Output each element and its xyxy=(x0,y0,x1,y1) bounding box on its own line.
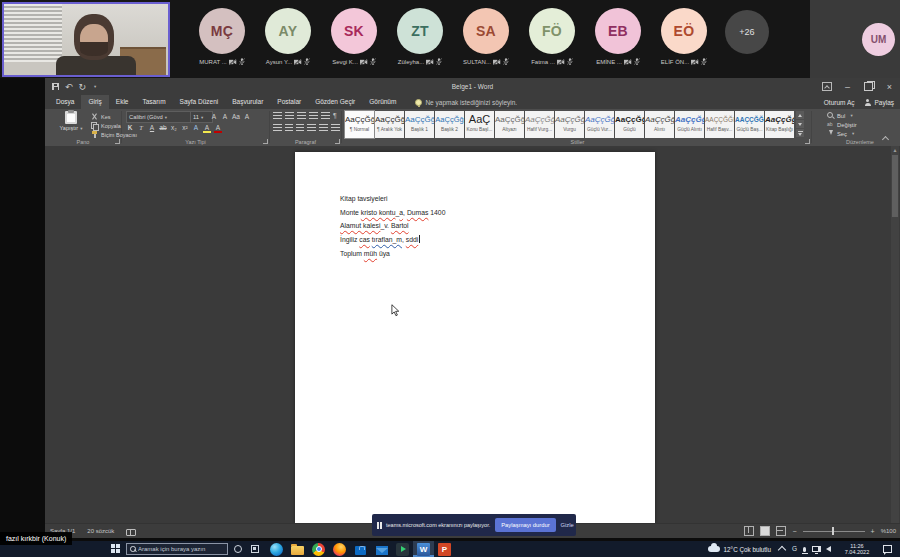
zoom-slider[interactable] xyxy=(803,531,865,532)
presenter-video[interactable] xyxy=(2,2,170,77)
gallery-down-icon[interactable] xyxy=(796,120,804,128)
style-gallery-item[interactable]: AaÇçĞğ Başlık 2 xyxy=(435,111,464,138)
tab-ekle[interactable]: Ekle xyxy=(109,95,136,109)
participant-avatar[interactable]: EÖ xyxy=(661,8,707,54)
align-center-icon[interactable] xyxy=(285,124,293,132)
document-page[interactable]: Kitap tavsiyeleriMonte kristo kontu_a, D… xyxy=(295,152,655,523)
taskbar-clock[interactable]: 11:26 7.04.2022 xyxy=(837,543,877,556)
style-gallery-item[interactable]: AaÇçĞğ Başlık 1 xyxy=(405,111,434,138)
zoom-in-button[interactable]: + xyxy=(871,528,875,535)
tray-mic-icon[interactable] xyxy=(803,547,806,552)
tab-giriş[interactable]: Giriş xyxy=(81,95,108,109)
pause-sharing-icon[interactable] xyxy=(377,522,382,529)
borders-icon[interactable] xyxy=(331,124,340,132)
align-right-icon[interactable] xyxy=(296,124,304,132)
style-gallery-item[interactable]: AaÇçĞğH Güçlü Alıntı xyxy=(675,111,704,138)
stop-sharing-button[interactable]: Paylaşmayı durdur xyxy=(495,518,555,532)
font-format-button[interactable]: A xyxy=(210,112,218,121)
justify-icon[interactable] xyxy=(307,124,316,132)
participant-avatar[interactable]: ZT xyxy=(397,8,443,54)
font-format-button[interactable]: A xyxy=(243,112,251,121)
participant-avatar[interactable]: SK xyxy=(331,8,377,54)
style-gallery-item[interactable]: AaÇçĞğH Vurgu xyxy=(555,111,584,138)
style-gallery-item[interactable]: AaÇ Konu Başl... xyxy=(465,111,494,138)
font-format-button[interactable]: ab xyxy=(159,123,167,132)
participant-avatar[interactable]: FÖ xyxy=(529,8,575,54)
file-explorer-app-button[interactable] xyxy=(287,541,308,557)
style-gallery-item[interactable]: AaÇçĞğH Güçlü Vur... xyxy=(585,111,614,138)
edge-app-button[interactable] xyxy=(266,541,287,557)
document-text[interactable]: Kitap tavsiyeleriMonte kristo kontu_a, D… xyxy=(340,192,620,260)
collapse-ribbon-icon[interactable] xyxy=(883,136,889,142)
tab-başvurular[interactable]: Başvurular xyxy=(225,95,270,109)
hide-banner-link[interactable]: Gizle xyxy=(561,522,574,528)
document-line[interactable]: İngiliz cas tıraflan_m, sddi xyxy=(340,233,620,247)
style-gallery-item[interactable]: AaÇçĞğHİ ¶ Normal xyxy=(345,111,374,138)
tab-dosya[interactable]: Dosya xyxy=(49,95,81,109)
participant-avatar[interactable]: AY xyxy=(265,8,311,54)
select-button[interactable]: Seç▾ xyxy=(827,129,857,138)
dialog-launcher-icon[interactable] xyxy=(335,139,340,144)
document-line[interactable]: Kitap tavsiyeleri xyxy=(340,192,620,206)
proofing-icon[interactable] xyxy=(126,528,135,535)
style-gallery-item[interactable]: AaÇçĞğH Altyazı xyxy=(495,111,524,138)
share-button[interactable]: Paylaş xyxy=(864,99,894,106)
dialog-launcher-icon[interactable] xyxy=(115,139,120,144)
font-format-button[interactable]: A xyxy=(214,123,222,132)
participant-avatar[interactable]: EB xyxy=(595,8,641,54)
document-line[interactable]: Alamut kalesi_v. Bartol xyxy=(340,219,620,233)
zoom-out-button[interactable]: − xyxy=(792,528,796,535)
media-app-app-button[interactable] xyxy=(392,541,413,557)
paste-button[interactable]: Yapıştır▾ xyxy=(53,111,89,131)
powerpoint-app-button[interactable]: P xyxy=(434,541,455,557)
font-format-button[interactable]: x₂ xyxy=(170,123,178,132)
font-format-button[interactable]: K xyxy=(126,123,134,132)
chrome-app-button[interactable] xyxy=(308,541,329,557)
font-name-select[interactable]: Calibri (Gövd▾ xyxy=(126,111,192,123)
participant-avatar[interactable]: SA xyxy=(463,8,509,54)
weather-cloud-icon[interactable] xyxy=(708,546,720,552)
scrollbar-thumb[interactable] xyxy=(892,155,898,217)
style-gallery-item[interactable]: AaÇçĞğH Hafif Vurg... xyxy=(525,111,554,138)
line-spacing-icon[interactable] xyxy=(319,124,328,132)
find-button[interactable]: Bul▾ xyxy=(827,111,857,120)
font-format-button[interactable]: x² xyxy=(181,123,189,132)
dialog-launcher-icon[interactable] xyxy=(805,139,810,144)
participant[interactable]: AY Aysun Y... xyxy=(255,8,321,65)
firefox-app-button[interactable] xyxy=(329,541,350,557)
style-gallery-item[interactable]: AAÇÇĞĞH Hafif Başv... xyxy=(705,111,734,138)
style-gallery-item[interactable]: AaÇçĞğHİ ¶ Aralık Yok xyxy=(375,111,404,138)
cortana-icon[interactable] xyxy=(234,545,242,553)
tell-me-box[interactable]: Ne yapmak istediğinizi söyleyin. xyxy=(415,95,517,109)
start-button[interactable] xyxy=(111,544,120,553)
document-line[interactable]: Monte kristo kontu_a, Dumas 1400 xyxy=(340,206,620,220)
align-left-icon[interactable] xyxy=(273,124,282,132)
bullet-list-icon[interactable] xyxy=(273,112,282,120)
zoom-level[interactable]: %100 xyxy=(881,528,896,534)
font-format-button[interactable]: A xyxy=(203,123,211,132)
font-format-button[interactable]: A xyxy=(192,123,200,132)
tab-görünüm[interactable]: Görünüm xyxy=(362,95,403,109)
weather-text[interactable]: 12°C Çok bulutlu xyxy=(724,546,771,553)
search-input[interactable] xyxy=(138,546,224,552)
font-format-button[interactable]: A xyxy=(221,112,229,121)
decrease-indent-icon[interactable] xyxy=(309,112,318,120)
document-line[interactable]: Toplum müh üya xyxy=(340,247,620,261)
minimize-button[interactable]: – xyxy=(837,78,858,95)
action-center-icon[interactable] xyxy=(883,545,892,553)
dialog-launcher-icon[interactable] xyxy=(263,139,268,144)
participant[interactable]: ZT Züleyha... xyxy=(387,8,453,65)
participant[interactable]: EB EMİNE ... xyxy=(585,8,651,65)
restore-button[interactable] xyxy=(858,78,879,95)
store-app-button[interactable] xyxy=(350,541,371,557)
speaker-icon[interactable] xyxy=(826,546,831,552)
gallery-more-icon[interactable] xyxy=(796,129,804,137)
mail-app-button[interactable] xyxy=(371,541,392,557)
numbered-list-icon[interactable] xyxy=(285,112,294,120)
taskbar-search[interactable] xyxy=(126,543,228,555)
pilcrow-icon[interactable]: ¶ xyxy=(333,112,337,120)
tray-app-icon[interactable]: G xyxy=(792,541,797,557)
font-format-button[interactable]: A xyxy=(148,123,156,132)
font-format-button[interactable]: T xyxy=(137,123,145,132)
style-gallery-item[interactable]: AaÇçĞğH Kitap Başlığı xyxy=(765,111,794,138)
